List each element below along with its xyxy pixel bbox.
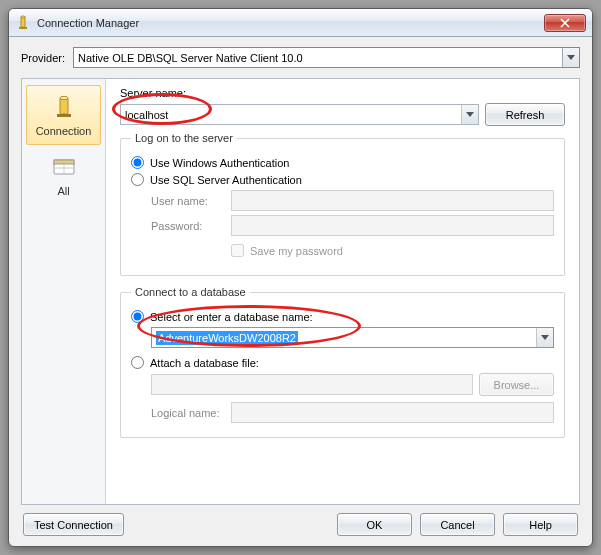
password-field: [231, 215, 554, 236]
test-connection-button[interactable]: Test Connection: [23, 513, 124, 536]
all-icon: [50, 154, 78, 182]
ok-button[interactable]: OK: [337, 513, 412, 536]
server-name-label: Server name:: [120, 87, 565, 99]
svg-rect-2: [19, 27, 27, 29]
logical-name-field: [231, 402, 554, 423]
svg-point-4: [60, 96, 68, 99]
user-name-label: User name:: [151, 195, 231, 207]
connection-icon: [50, 94, 78, 122]
attach-file-field: [151, 374, 473, 395]
user-name-field: [231, 190, 554, 211]
logon-group: Log on to the server Use Windows Authent…: [120, 132, 565, 276]
radio-windows-auth[interactable]: Use Windows Authentication: [131, 156, 554, 169]
dropdown-arrow-icon: [461, 105, 478, 124]
svg-point-1: [21, 16, 25, 18]
refresh-button[interactable]: Refresh: [485, 103, 565, 126]
svg-rect-7: [54, 160, 74, 164]
database-name-combo[interactable]: AdventureWorksDW2008R2: [151, 327, 554, 348]
content-pane: Server name: localhost Refresh Log on to…: [106, 79, 579, 504]
radio-select-db[interactable]: Select or enter a database name:: [131, 310, 554, 323]
logical-name-label: Logical name:: [151, 407, 231, 419]
titlebar[interactable]: Connection Manager: [9, 9, 592, 37]
radio-input-attach-db[interactable]: [131, 356, 144, 369]
svg-rect-3: [60, 98, 68, 114]
radio-sql-auth[interactable]: Use SQL Server Authentication: [131, 173, 554, 186]
cancel-button[interactable]: Cancel: [420, 513, 495, 536]
help-button[interactable]: Help: [503, 513, 578, 536]
radio-input-windows[interactable]: [131, 156, 144, 169]
server-name-value: localhost: [125, 109, 168, 121]
logon-legend: Log on to the server: [131, 132, 237, 144]
dropdown-arrow-icon: [536, 328, 553, 347]
radio-attach-db[interactable]: Attach a database file:: [131, 356, 554, 369]
database-name-value: AdventureWorksDW2008R2: [156, 331, 298, 345]
sidebar-item-label: All: [57, 185, 69, 197]
provider-select[interactable]: Native OLE DB\SQL Server Native Client 1…: [73, 47, 580, 68]
provider-label: Provider:: [21, 52, 65, 64]
window-title: Connection Manager: [37, 17, 544, 29]
close-button[interactable]: [544, 14, 586, 32]
database-group: Connect to a database Select or enter a …: [120, 286, 565, 438]
app-icon: [15, 15, 31, 31]
dialog-footer: Test Connection OK Cancel Help: [21, 513, 580, 538]
browse-button: Browse...: [479, 373, 554, 396]
sidebar: Connection All: [22, 79, 106, 504]
dropdown-arrow-icon: [562, 48, 579, 67]
save-password-checkbox: [231, 244, 244, 257]
sidebar-item-label: Connection: [36, 125, 92, 137]
database-legend: Connect to a database: [131, 286, 250, 298]
sidebar-item-connection[interactable]: Connection: [26, 85, 101, 145]
save-password-check: Save my password: [231, 244, 343, 257]
connection-manager-dialog: Connection Manager Provider: Native OLE …: [8, 8, 593, 547]
sidebar-item-all[interactable]: All: [26, 145, 101, 205]
password-label: Password:: [151, 220, 231, 232]
radio-input-select-db[interactable]: [131, 310, 144, 323]
provider-value: Native OLE DB\SQL Server Native Client 1…: [78, 52, 303, 64]
radio-input-sql[interactable]: [131, 173, 144, 186]
svg-rect-5: [57, 114, 71, 117]
server-name-combo[interactable]: localhost: [120, 104, 479, 125]
